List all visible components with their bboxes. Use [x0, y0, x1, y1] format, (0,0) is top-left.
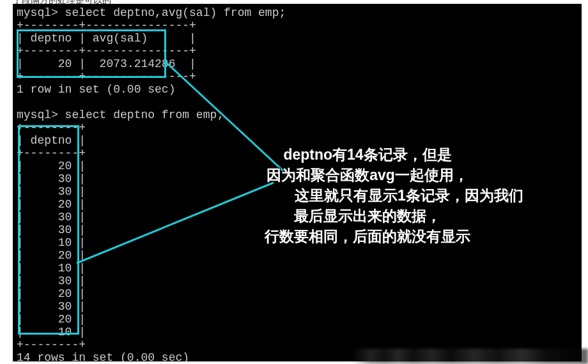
- table2-row: | 20 |: [17, 160, 578, 172]
- terminal-window: mysql> select deptno,avg(sal) from emp; …: [13, 4, 582, 361]
- table2-row: | 30 |: [17, 224, 578, 236]
- query1-status: 1 row in set (0.00 sec): [17, 83, 578, 96]
- table2-row: | 20 |: [17, 198, 578, 211]
- table1-header: | deptno | avg(sal) |: [17, 32, 578, 45]
- sql-prompt-1: mysql> select deptno,avg(sal) from emp;: [17, 6, 578, 19]
- table2-border: +--------+: [17, 121, 578, 134]
- sql-prompt-2: mysql> select deptno from emp;: [17, 109, 578, 121]
- bottom-smudge: [352, 349, 588, 364]
- blank-line: [17, 96, 578, 109]
- table2-row: | 10 |: [17, 326, 578, 338]
- table2-border: +--------+: [17, 147, 578, 160]
- table2-row: | 30 |: [17, 300, 578, 313]
- table2-row: | 30 |: [17, 275, 578, 287]
- table1-row: | 20 | 2073.214286 |: [17, 57, 578, 70]
- table2-header: | deptno |: [17, 134, 578, 147]
- table1-border: +--------+---------------+: [17, 70, 578, 83]
- table2-row: | 30 |: [17, 185, 578, 198]
- table2-row: | 10 |: [17, 262, 578, 275]
- table2-row: | 20 |: [17, 287, 578, 300]
- table2-row: | 20 |: [17, 313, 578, 326]
- table2-row: | 30 |: [17, 211, 578, 224]
- table1-border: +--------+---------------+: [17, 45, 578, 57]
- table2-row: | 30 |: [17, 172, 578, 185]
- table1-border: +--------+---------------+: [17, 19, 578, 32]
- table2-row: | 20 |: [17, 249, 578, 262]
- table2-row: | 10 |: [17, 236, 578, 249]
